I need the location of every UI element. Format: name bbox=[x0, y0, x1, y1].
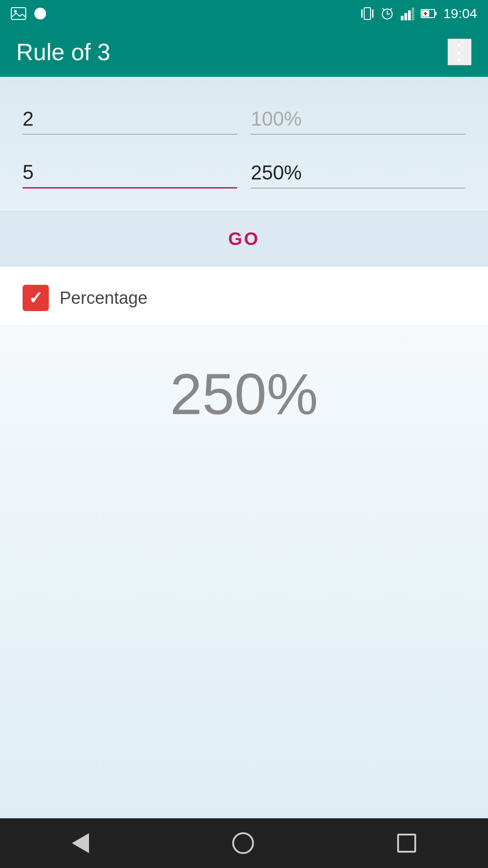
app-title: Rule of 3 bbox=[16, 38, 110, 66]
status-bar-right-icons: 19:04 bbox=[361, 6, 477, 21]
svg-rect-11 bbox=[401, 16, 404, 20]
home-icon bbox=[232, 832, 254, 854]
image-icon bbox=[11, 7, 26, 20]
signal-icon bbox=[401, 7, 414, 20]
input-field-3[interactable] bbox=[23, 157, 237, 189]
status-bar-left-icons bbox=[11, 7, 47, 20]
go-button-container: GO bbox=[0, 211, 488, 266]
percentage-label: Percentage bbox=[60, 288, 147, 308]
alarm-icon bbox=[380, 6, 394, 21]
input-row-2 bbox=[23, 157, 465, 189]
go-button[interactable]: GO bbox=[201, 224, 287, 254]
input-row-1 bbox=[23, 104, 465, 135]
svg-rect-16 bbox=[435, 12, 436, 15]
checkbox-section: ✓ Percentage bbox=[0, 266, 488, 325]
home-button[interactable] bbox=[232, 832, 254, 854]
input-field-1[interactable] bbox=[23, 104, 237, 135]
svg-rect-13 bbox=[408, 10, 411, 20]
input-1-wrapper bbox=[23, 104, 237, 135]
vibrate-icon bbox=[361, 6, 374, 21]
input-2-wrapper bbox=[251, 104, 465, 135]
recents-icon bbox=[397, 834, 416, 853]
input-4-wrapper bbox=[251, 158, 465, 189]
svg-line-10 bbox=[390, 9, 392, 10]
lens-icon bbox=[33, 7, 47, 20]
content-area: GO ✓ Percentage 250% bbox=[0, 77, 488, 818]
input-field-4[interactable] bbox=[251, 158, 465, 189]
bottom-nav bbox=[0, 818, 488, 868]
percentage-checkbox[interactable]: ✓ bbox=[23, 285, 49, 311]
svg-rect-12 bbox=[404, 13, 407, 20]
checkmark-icon: ✓ bbox=[28, 288, 43, 308]
app-bar: Rule of 3 ⋮ bbox=[0, 27, 488, 77]
svg-rect-3 bbox=[364, 8, 371, 19]
svg-rect-0 bbox=[11, 8, 26, 19]
svg-point-2 bbox=[34, 8, 46, 19]
status-time: 19:04 bbox=[443, 6, 477, 21]
back-button[interactable] bbox=[72, 833, 89, 853]
svg-rect-14 bbox=[412, 8, 414, 20]
input-field-2[interactable] bbox=[251, 104, 465, 135]
result-value: 250% bbox=[170, 361, 318, 427]
status-bar: 19:04 bbox=[0, 0, 488, 27]
svg-line-9 bbox=[383, 9, 385, 10]
recents-button[interactable] bbox=[397, 834, 416, 853]
result-section: 250% bbox=[0, 325, 488, 818]
back-icon bbox=[72, 833, 89, 853]
input-section bbox=[0, 77, 488, 211]
svg-point-1 bbox=[14, 10, 17, 13]
more-options-button[interactable]: ⋮ bbox=[447, 38, 472, 66]
battery-icon bbox=[421, 8, 437, 19]
input-3-wrapper bbox=[23, 157, 237, 189]
